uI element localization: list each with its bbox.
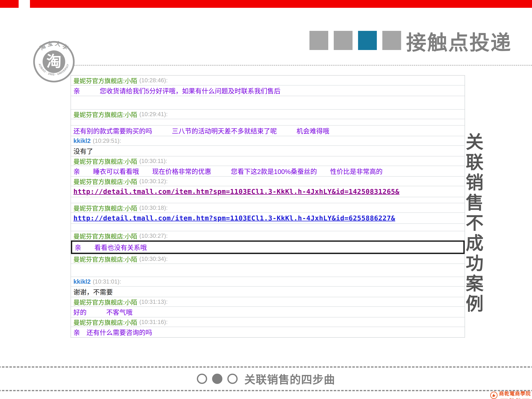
chat-message-row: 谢谢，不需要: [71, 286, 465, 297]
chat-sender-row: 曼妮芬官方旗舰店:小陌(10:30:11):: [71, 156, 465, 166]
side-label: 关联销售不成功案例: [463, 133, 483, 315]
chat-message-row: 没有了: [71, 146, 465, 156]
header-square-2: [334, 31, 353, 50]
step-dot-outline: [197, 374, 207, 384]
timestamp: (10:30:12):: [139, 178, 168, 185]
timestamp: (10:31:13):: [139, 298, 168, 305]
top-red-bar: [0, 0, 532, 8]
chat-sender-row: kkikl2(10:31:01):: [71, 277, 465, 286]
header-square-1: [310, 31, 328, 50]
chat-message-row: 亲 您收货请给我们5分好评哦，如果有什么问题及时联系我们售后: [71, 85, 465, 96]
store-name: 曼妮芬官方旗舰店:小陌: [73, 110, 137, 119]
chat-message-row: 亲 睡衣可以看看哦 现在价格非常的优惠 您看下这2款是100%桑蚕丝的 性价比是…: [71, 166, 465, 176]
store-name: 曼妮芬官方旗舰店:小陌: [73, 203, 137, 212]
timestamp: (10:29:41):: [139, 111, 168, 118]
taobao-university-logo: 淘 淘 宝 大 学 TAOBAO · 2003 · UNIVERSITY: [33, 41, 75, 83]
chat-sender-row: kkikl2(10:29:51):: [71, 136, 465, 146]
store-name: 曼妮芬官方旗舰店:小陌: [73, 76, 137, 85]
top-bar-notch: [19, 0, 30, 8]
taobao-seal-icon: 淘 淘 宝 大 学 TAOBAO · 2003 · UNIVERSITY: [33, 41, 75, 83]
step-indicator: [197, 374, 238, 384]
timestamp: (10:30:27):: [139, 233, 168, 239]
timestamp: (10:30:18):: [139, 204, 168, 211]
timestamp: (10:30:34):: [139, 255, 168, 262]
timestamp: (10:31:16):: [139, 319, 168, 325]
chat-log: 曼妮芬官方旗舰店:小陌(10:28:46):亲 您收货请给我们5分好评哦，如果有…: [70, 75, 465, 338]
chat-sender-row: 曼妮芬官方旗舰店:小陌(10:30:18):: [71, 203, 465, 212]
chat-message-row: 亲 还有什么需要咨询的吗: [71, 327, 465, 337]
chat-message-row: 好的 不客气哦: [71, 306, 465, 317]
step-dot-filled: [212, 374, 222, 384]
chat-sender-row: 曼妮芬官方旗舰店:小陌(10:28:46):: [71, 76, 465, 85]
store-name: 曼妮芬官方旗舰店:小陌: [73, 231, 137, 241]
chat-sender-row: 曼妮芬官方旗舰店:小陌(10:30:34):: [71, 254, 465, 264]
chat-empty-row: [71, 197, 465, 203]
timestamp: (10:31:01):: [93, 278, 121, 285]
product-link[interactable]: http://detail.tmall.com/item.htm?spm=110…: [73, 188, 399, 196]
step-dot-outline: [227, 374, 238, 384]
chat-sender-row: 曼妮芬官方旗舰店:小陌(10:29:41):: [71, 109, 465, 119]
chat-sender-row: 曼妮芬官方旗舰店:小陌(10:31:16):: [71, 317, 465, 327]
store-name: 曼妮芬官方旗舰店:小陌: [73, 177, 137, 186]
brand-slogan: 专注 · 专业: [509, 397, 521, 399]
timestamp: (10:30:11):: [139, 158, 167, 165]
brand-name: 商乾電商學院: [499, 390, 531, 397]
store-name: 曼妮芬官方旗舰店:小陌: [73, 157, 137, 166]
customer-name: kkikl2: [73, 278, 91, 285]
chat-message-row: 亲 看看也没有关系哦: [71, 241, 465, 254]
header-square-4: [382, 31, 401, 50]
chat-empty-row: [71, 96, 465, 109]
top-dashed-divider: [74, 65, 532, 66]
chat-sender-row: 曼妮芬官方旗舰店:小陌(10:30:27):: [71, 231, 465, 241]
chat-empty-row: [71, 264, 465, 277]
header-squares: [310, 31, 401, 50]
store-name: 曼妮芬官方旗舰店:小陌: [73, 298, 137, 306]
brand-seal-icon: [490, 392, 498, 399]
chat-link-row: http://detail.tmall.com/item.htm?spm=110…: [71, 212, 465, 223]
chat-message-row: 还有别的款式需要购买的吗 三八节的活动明天差不多就结束了呢 机会难得哦: [71, 125, 465, 136]
brand-logo: 商乾電商學院 专注 · 专业: [490, 390, 531, 399]
steps-title: 关联销售的四步曲: [244, 371, 335, 387]
store-name: 曼妮芬官方旗舰店:小陌: [73, 318, 137, 327]
seal-center-char: 淘: [46, 53, 62, 70]
timestamp: (10:28:46):: [139, 77, 168, 84]
header-square-3: [358, 31, 377, 50]
chat-sender-row: 曼妮芬官方旗舰店:小陌(10:30:12):: [71, 176, 465, 186]
chat-empty-row: [71, 119, 465, 125]
store-name: 曼妮芬官方旗舰店:小陌: [73, 254, 137, 264]
page-title: 接触点投递: [406, 26, 512, 56]
customer-name: kkikl2: [73, 137, 91, 144]
footer-strip: 关联销售的四步曲: [0, 366, 532, 391]
chat-sender-row: 曼妮芬官方旗舰店:小陌(10:31:13):: [71, 297, 465, 306]
chat-link-row: http://detail.tmall.com/item.htm?spm=110…: [71, 186, 465, 197]
timestamp: (10:29:51):: [93, 137, 121, 144]
chat-empty-row: [71, 223, 465, 231]
product-link[interactable]: http://detail.tmall.com/item.htm?spm=110…: [73, 214, 395, 222]
